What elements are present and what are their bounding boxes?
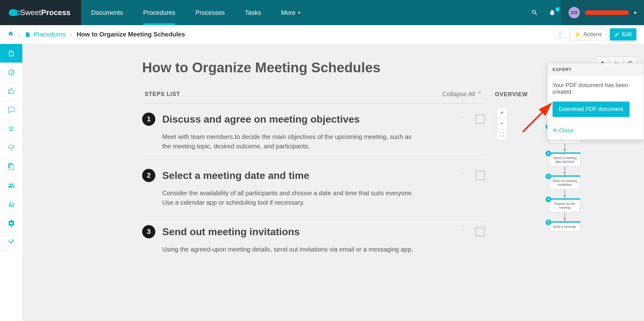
- fit-screen-button[interactable]: ⛶: [497, 129, 507, 140]
- sidebar-copy-icon[interactable]: [0, 157, 22, 176]
- page-title: How to Organize Meeting Schedules: [142, 60, 551, 75]
- main-nav: Documents Procedures Processes Tasks Mor…: [81, 0, 310, 25]
- close-icon: ✕: [552, 127, 557, 134]
- zoom-out-button[interactable]: −: [497, 119, 507, 129]
- steps-column: STEPS LIST Collapse All ⌃ 1 Discuss and …: [142, 85, 485, 292]
- logo-icon: [9, 9, 18, 16]
- steps-list-title: STEPS LIST: [145, 91, 180, 97]
- logo-section[interactable]: SweetProcess: [0, 0, 81, 25]
- breadcrumb-procedures[interactable]: Procedures: [25, 31, 66, 38]
- chevron-up-icon[interactable]: ⌃: [461, 116, 465, 123]
- app-header: SweetProcess Documents Procedures Proces…: [0, 0, 644, 25]
- export-message: Your PDF document has been created.: [552, 82, 639, 95]
- user-name-redacted: [585, 10, 629, 15]
- step-checkbox[interactable]: [475, 227, 485, 236]
- step-item: 1 Discuss and agree on meeting objective…: [142, 104, 485, 160]
- export-header: EXPORT: [547, 63, 644, 76]
- step-body: Meet with team members to decide the mai…: [162, 132, 414, 151]
- breadcrumb: › Procedures › How to Organize Meeting S…: [8, 30, 185, 38]
- notifications-icon[interactable]: 1: [543, 9, 561, 16]
- chevron-up-icon[interactable]: ⌃: [461, 172, 465, 179]
- chevron-down-icon: ▾: [634, 10, 636, 16]
- step-body: Using the agreed-upon meeting details, s…: [162, 245, 414, 254]
- sidebar-thumbs-up-icon[interactable]: [0, 82, 22, 101]
- flow-node[interactable]: 3Send out meeting invitations: [549, 175, 580, 190]
- zoom-controls: + − ⛶: [496, 108, 508, 140]
- step-number: 2: [142, 169, 155, 182]
- step-title[interactable]: Select a meeting date and time: [162, 170, 454, 181]
- step-number: 1: [142, 113, 155, 126]
- home-icon[interactable]: [8, 30, 14, 38]
- sidebar-document-icon[interactable]: [0, 44, 22, 63]
- nav-tasks[interactable]: Tasks: [235, 0, 271, 25]
- steps-header: STEPS LIST Collapse All ⌃: [142, 85, 485, 104]
- sidebar-activity-icon[interactable]: [0, 233, 22, 252]
- breadcrumb-current: How to Organize Meeting Schedules: [77, 31, 185, 38]
- step-title[interactable]: Discuss and agree on meeting objectives: [162, 113, 454, 125]
- step-checkbox[interactable]: [475, 171, 485, 180]
- edit-button[interactable]: Edit: [610, 28, 636, 41]
- sidebar-list-icon[interactable]: [0, 119, 22, 138]
- export-popover: EXPORT Your PDF document has been create…: [547, 63, 644, 140]
- sidebar-users-icon[interactable]: [0, 176, 22, 195]
- user-menu[interactable]: CO ▾: [561, 0, 644, 25]
- chevron-up-icon: ⌃: [477, 90, 482, 98]
- header-right: 1 CO ▾: [526, 0, 644, 25]
- sidebar-stats-icon[interactable]: [0, 195, 22, 214]
- overview-title: OVERVIEW: [495, 91, 528, 98]
- nav-more[interactable]: More▾: [271, 0, 310, 25]
- nav-documents[interactable]: Documents: [81, 0, 133, 25]
- logo: SweetProcess: [9, 8, 70, 17]
- chevron-up-icon[interactable]: ⌃: [461, 228, 465, 235]
- logo-text-thin: Sweet: [20, 8, 41, 17]
- actions-button[interactable]: ⚡Actions: [569, 28, 607, 41]
- avatar: CO: [569, 7, 580, 18]
- collapse-all-button[interactable]: Collapse All ⌃: [442, 90, 482, 98]
- nav-processes[interactable]: Processes: [185, 0, 235, 25]
- logo-text-bold: Process: [41, 8, 70, 17]
- sidebar-gear-icon[interactable]: [0, 214, 22, 233]
- search-icon[interactable]: [526, 9, 543, 16]
- breadcrumb-bar: › Procedures › How to Organize Meeting S…: [0, 25, 644, 44]
- export-close-button[interactable]: ✕Close: [547, 123, 644, 140]
- sidebar-history-icon[interactable]: [0, 63, 22, 82]
- flow-arrow: [564, 144, 565, 152]
- sidebar-chat-icon[interactable]: [0, 101, 22, 119]
- nav-procedures[interactable]: Procedures: [133, 0, 185, 25]
- download-pdf-button[interactable]: Download PDF document: [552, 102, 630, 117]
- flow-node[interactable]: 4Prepare for the meeting: [549, 198, 580, 213]
- flow-node[interactable]: 5Send a reminder: [549, 221, 580, 232]
- step-title[interactable]: Send out meeting invitations: [162, 226, 454, 238]
- zoom-in-button[interactable]: +: [497, 108, 507, 119]
- flow-arrow: [564, 167, 565, 175]
- more-menu-icon[interactable]: ⋮: [554, 30, 566, 39]
- breadcrumb-actions: ⋮ ⚡Actions Edit: [554, 28, 636, 41]
- breadcrumb-separator: ›: [70, 31, 72, 38]
- step-body: Consider the availability of all partici…: [162, 188, 414, 207]
- step-number: 3: [142, 225, 155, 238]
- flow-arrow: [564, 213, 565, 221]
- step-item: 2 Select a meeting date and time ⌃ Consi…: [142, 160, 485, 216]
- notification-badge: 1: [555, 7, 560, 11]
- breadcrumb-separator: ›: [18, 31, 20, 38]
- step-checkbox[interactable]: [475, 114, 485, 124]
- flow-node[interactable]: 2Select a meeting date and time: [549, 152, 580, 167]
- sidebar-umbrella-icon[interactable]: [0, 138, 22, 157]
- flow-arrow: [564, 190, 565, 198]
- step-item: 3 Send out meeting invitations ⌃ Using t…: [142, 216, 485, 263]
- chevron-down-icon: ▾: [298, 10, 300, 15]
- sidebar: [0, 44, 23, 321]
